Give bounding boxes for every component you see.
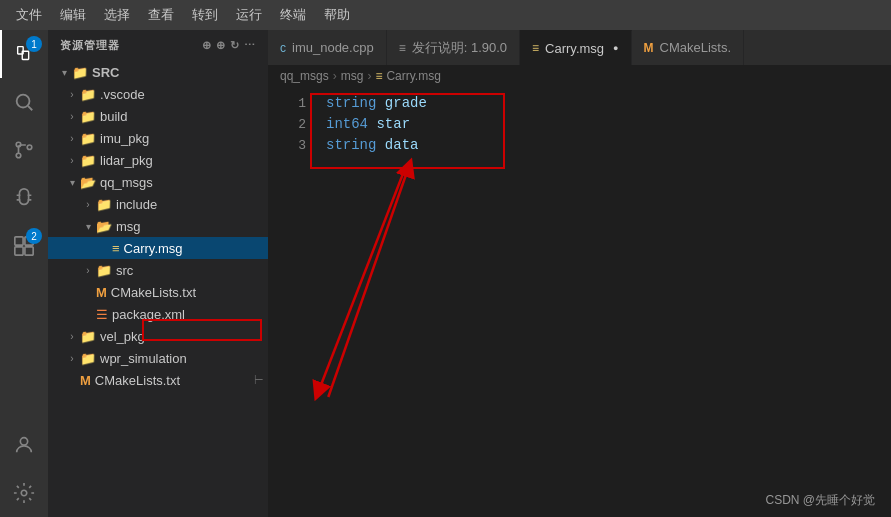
tab-carry-label: Carry.msg — [545, 41, 604, 56]
tree-label-qq-msgs: qq_msgs — [100, 175, 153, 190]
tree-label-wpr-sim: wpr_simulation — [100, 351, 187, 366]
arrow-build: › — [64, 111, 80, 122]
breadcrumb-sep1: › — [333, 69, 337, 83]
tab-cmake[interactable]: M CMakeLists. — [632, 30, 745, 65]
folder-build-icon: 📁 — [80, 109, 96, 124]
tree-item-include[interactable]: › 📁 include — [48, 193, 268, 215]
menubar-item-terminal[interactable]: 终端 — [272, 2, 314, 28]
folder-vscode-icon: 📁 — [80, 87, 96, 102]
activity-search[interactable] — [0, 78, 48, 126]
code-line-1: 1 string grade — [268, 95, 891, 116]
breadcrumb-file-icon: ≡ — [375, 69, 382, 83]
file-cmake-root-icon: M — [80, 373, 91, 388]
tree-label-cmake-root: CMakeLists.txt — [95, 373, 180, 388]
tab-release-icon: ≡ — [399, 41, 406, 55]
tab-release[interactable]: ≡ 发行说明: 1.90.0 — [387, 30, 520, 65]
tree-item-qq-msgs[interactable]: ▾ 📂 qq_msgs — [48, 171, 268, 193]
tree-item-build[interactable]: › 📁 build — [48, 105, 268, 127]
tree-item-lidar-pkg[interactable]: › 📁 lidar_pkg — [48, 149, 268, 171]
menubar-item-edit[interactable]: 编辑 — [52, 2, 94, 28]
code-editor[interactable]: 1 string grade 2 int64 star — [268, 87, 891, 517]
new-file-icon[interactable]: ⊕ — [202, 39, 212, 52]
new-folder-icon[interactable]: ⊕ — [216, 39, 226, 52]
collapse-icon[interactable]: ⋯ — [244, 39, 256, 52]
folder-qq-msgs-icon: 📂 — [80, 175, 96, 190]
app-window: 文件 编辑 选择 查看 转到 运行 终端 帮助 1 — [0, 0, 891, 517]
tree-label-msg: msg — [116, 219, 141, 234]
tree-item-msg[interactable]: ▾ 📂 msg — [48, 215, 268, 237]
tree-label-imu-pkg: imu_pkg — [100, 131, 149, 146]
var-grade: grade — [385, 95, 427, 111]
line-number-2: 2 — [276, 117, 306, 132]
var-star: star — [376, 116, 410, 132]
svg-line-3 — [28, 106, 32, 110]
breadcrumb-carry[interactable]: Carry.msg — [386, 69, 440, 83]
svg-point-5 — [16, 153, 21, 158]
tab-bar: c imu_node.cpp ≡ 发行说明: 1.90.0 ≡ Carry.ms… — [268, 30, 891, 65]
tree-item-cmake-root[interactable]: M CMakeLists.txt ⊢ — [48, 369, 268, 391]
tab-imu[interactable]: c imu_node.cpp — [268, 30, 387, 65]
tab-cmake-label: CMakeLists. — [660, 40, 732, 55]
activity-extensions[interactable]: 2 — [0, 222, 48, 270]
file-xml-icon: ☰ — [96, 307, 108, 322]
tab-imu-label: imu_node.cpp — [292, 40, 374, 55]
tree-item-src-sub[interactable]: › 📁 src — [48, 259, 268, 281]
tree-label-src-sub: src — [116, 263, 133, 278]
arrow-wpr: › — [64, 353, 80, 364]
tree-item-vel-pkg[interactable]: › 📁 vel_pkg — [48, 325, 268, 347]
tab-cmake-icon: M — [644, 41, 654, 55]
tree-item-cmake-qq[interactable]: M CMakeLists.txt — [48, 281, 268, 303]
activity-settings[interactable] — [0, 469, 48, 517]
menubar-item-select[interactable]: 选择 — [96, 2, 138, 28]
tree-item-carry-msg[interactable]: ≡ Carry.msg — [48, 237, 268, 259]
folder-wpr-icon: 📁 — [80, 351, 96, 366]
sidebar-header: 资源管理器 ⊕ ⊕ ↻ ⋯ — [48, 30, 268, 61]
svg-rect-9 — [15, 247, 23, 255]
breadcrumb-sep2: › — [367, 69, 371, 83]
tree-label-build: build — [100, 109, 127, 124]
sidebar-title: 资源管理器 — [60, 38, 120, 53]
refresh-icon[interactable]: ↻ — [230, 39, 240, 52]
folder-src-sub-icon: 📁 — [96, 263, 112, 278]
tree-item-src[interactable]: ▾ 📁 SRC — [48, 61, 268, 83]
breadcrumb-msg[interactable]: msg — [341, 69, 364, 83]
menubar-item-goto[interactable]: 转到 — [184, 2, 226, 28]
activity-git[interactable] — [0, 126, 48, 174]
activity-debug[interactable] — [0, 174, 48, 222]
menubar-item-help[interactable]: 帮助 — [316, 2, 358, 28]
code-line-3: 3 string data — [268, 137, 891, 158]
keyword-string-1: string — [326, 95, 376, 111]
arrow-vscode: › — [64, 89, 80, 100]
tree-label-carry-msg: Carry.msg — [124, 241, 183, 256]
tree-item-wpr-sim[interactable]: › 📁 wpr_simulation — [48, 347, 268, 369]
collapse-indicator: ⊢ — [254, 374, 268, 387]
extensions-badge: 2 — [26, 228, 42, 244]
tree-item-vscode[interactable]: › 📁 .vscode — [48, 83, 268, 105]
sidebar-header-icons: ⊕ ⊕ ↻ ⋯ — [202, 39, 256, 52]
tab-imu-icon: c — [280, 41, 286, 55]
activity-accounts[interactable] — [0, 421, 48, 469]
main-container: 1 2 — [0, 30, 891, 517]
tree-item-imu-pkg[interactable]: › 📁 imu_pkg — [48, 127, 268, 149]
watermark: CSDN @先睡个好觉 — [765, 492, 875, 509]
explorer-badge: 1 — [26, 36, 42, 52]
svg-rect-10 — [25, 247, 33, 255]
menubar-item-file[interactable]: 文件 — [8, 2, 50, 28]
keyword-string-3: string — [326, 137, 376, 153]
menubar-item-run[interactable]: 运行 — [228, 2, 270, 28]
tree-item-package-xml[interactable]: ☰ package.xml — [48, 303, 268, 325]
tab-carry[interactable]: ≡ Carry.msg ● — [520, 30, 631, 65]
activity-explorer[interactable]: 1 — [0, 30, 48, 78]
breadcrumb-qq-msgs[interactable]: qq_msgs — [280, 69, 329, 83]
folder-src-icon: 📁 — [72, 65, 88, 80]
code-content-3: string data — [326, 137, 418, 153]
editor-relative: 1 string grade 2 int64 star — [268, 87, 891, 517]
folder-imu-icon: 📁 — [80, 131, 96, 146]
svg-point-6 — [27, 145, 32, 150]
folder-include-icon: 📁 — [96, 197, 112, 212]
arrow-src: ▾ — [56, 67, 72, 78]
menubar-item-view[interactable]: 查看 — [140, 2, 182, 28]
arrow-msg: ▾ — [80, 221, 96, 232]
tree-label-vscode: .vscode — [100, 87, 145, 102]
arrow-lidar-pkg: › — [64, 155, 80, 166]
